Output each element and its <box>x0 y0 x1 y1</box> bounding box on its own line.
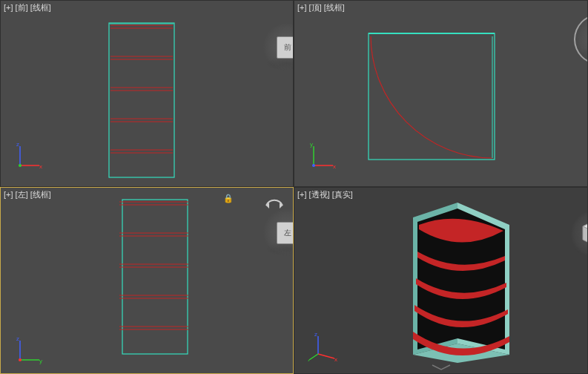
viewport-menu-plus[interactable]: [+] <box>297 190 307 199</box>
wireframe-left <box>1 188 294 374</box>
axis-label-h: x <box>39 163 42 170</box>
wireframe-top <box>294 1 588 187</box>
viewport-top[interactable]: [+] [顶] [线框] y x 上 <box>294 0 588 187</box>
viewport-menu-plus[interactable]: [+] <box>4 3 13 12</box>
svg-point-36 <box>19 358 22 361</box>
wireframe-front <box>1 1 294 187</box>
svg-marker-46 <box>583 226 588 246</box>
viewport-menu-view[interactable]: [透视] <box>309 190 330 199</box>
axis-label-v: z <box>314 332 317 338</box>
axis-label-h: x <box>333 163 336 170</box>
svg-rect-21 <box>122 200 188 354</box>
viewport-label-front: [+] [前] [线框] <box>4 2 51 13</box>
viewport-menu-shading[interactable]: [真实] <box>332 190 353 199</box>
viewport-label-top: [+] [顶] [线框] <box>297 2 345 13</box>
viewport-menu-shading[interactable]: [线框] <box>30 3 51 12</box>
viewport-menu-shading[interactable]: [线框] <box>324 3 345 12</box>
svg-line-43 <box>309 354 318 360</box>
axis-gizmo-left: z y <box>14 336 44 366</box>
axis-gizmo-perspective: z x y <box>308 332 337 361</box>
svg-point-20 <box>312 164 315 167</box>
viewport-label-perspective: [+] [透视] [真实] <box>297 189 353 200</box>
viewport-menu-plus[interactable]: [+] <box>4 190 13 199</box>
viewport-menu-view[interactable]: [左] <box>16 190 28 199</box>
viewport-perspective[interactable]: [+] [透视] [真实] z x <box>294 187 588 374</box>
svg-rect-15 <box>369 33 495 160</box>
viewport-resize-handle[interactable] <box>426 363 456 372</box>
svg-rect-0 <box>109 23 174 177</box>
viewport-front[interactable]: [+] [前] [线框] <box>0 0 294 187</box>
axis-label-h: x <box>334 356 337 361</box>
viewport-menu-shading[interactable]: [线框] <box>30 190 51 199</box>
svg-line-42 <box>318 354 334 358</box>
viewport-menu-view[interactable]: [前] <box>16 3 28 12</box>
shaded-perspective <box>294 188 588 374</box>
axis-gizmo-front: z x <box>14 142 44 171</box>
lock-icon[interactable]: 🔒 <box>223 194 234 203</box>
viewcube-face-label[interactable]: 前 <box>277 36 294 59</box>
axis-label-v: z <box>16 142 19 148</box>
viewport-menu-plus[interactable]: [+] <box>297 3 307 12</box>
viewport-grid: [+] [前] [线框] <box>0 0 588 374</box>
viewport-menu-view[interactable]: [顶] <box>309 3 322 12</box>
viewcube-face-label[interactable]: 左 <box>277 222 294 244</box>
svg-text:y: y <box>308 358 309 361</box>
svg-point-14 <box>19 164 22 167</box>
axis-label-h: y <box>39 358 42 364</box>
axis-label-v: y <box>310 142 313 148</box>
axis-gizmo-top: y x <box>308 142 337 171</box>
axis-label-v: z <box>16 336 19 342</box>
viewport-left[interactable]: [+] [左] [线框] 🔒 <box>0 187 294 374</box>
viewport-label-left: [+] [左] [线框] <box>4 189 51 200</box>
